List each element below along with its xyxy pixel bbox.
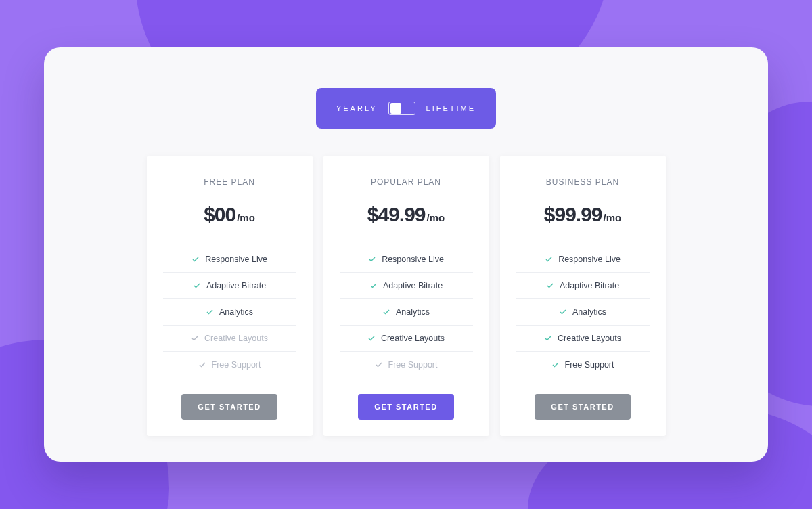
plan-popular: POPULAR PLAN $49.99/mo Responsive Live A…: [323, 156, 489, 436]
get-started-button[interactable]: GET STARTED: [181, 394, 277, 420]
feature-item: Creative Layouts: [340, 326, 473, 352]
feature-item: Adaptive Bitrate: [163, 273, 296, 299]
feature-item: Creative Layouts: [516, 326, 650, 352]
plan-price: $00/mo: [204, 203, 255, 226]
feature-item: Creative Layouts: [163, 326, 296, 352]
feature-item: Adaptive Bitrate: [516, 273, 650, 299]
feature-list: Responsive Live Adaptive Bitrate Analyti…: [516, 246, 650, 378]
feature-item: Responsive Live: [163, 246, 296, 273]
get-started-button[interactable]: GET STARTED: [358, 394, 453, 420]
check-icon: [551, 361, 560, 369]
plan-name: FREE PLAN: [204, 177, 255, 187]
feature-item: Responsive Live: [516, 246, 650, 273]
feature-item: Analytics: [516, 299, 650, 326]
check-icon: [375, 361, 383, 369]
check-icon: [546, 282, 554, 290]
check-icon: [198, 361, 206, 369]
plan-free: FREE PLAN $00/mo Responsive Live Adaptiv…: [147, 156, 313, 436]
feature-item: Free Support: [163, 352, 296, 378]
check-icon: [368, 255, 376, 263]
feature-list: Responsive Live Adaptive Bitrate Analyti…: [340, 246, 473, 378]
toggle-label-lifetime: LIFETIME: [426, 104, 476, 112]
period-toggle: YEARLY LIFETIME: [316, 88, 496, 129]
feature-item: Analytics: [340, 299, 473, 326]
check-icon: [382, 308, 390, 316]
check-icon: [544, 334, 552, 342]
check-icon: [367, 334, 376, 342]
check-icon: [559, 308, 567, 316]
plan-price: $99.99/mo: [544, 203, 621, 226]
get-started-button[interactable]: GET STARTED: [535, 394, 630, 420]
check-icon: [191, 334, 199, 342]
check-icon: [191, 255, 200, 263]
plan-business: BUSINESS PLAN $99.99/mo Responsive Live …: [500, 156, 666, 436]
plan-name: BUSINESS PLAN: [546, 177, 619, 187]
toggle-label-yearly: YEARLY: [336, 104, 378, 112]
plans-row: FREE PLAN $00/mo Responsive Live Adaptiv…: [147, 156, 666, 436]
check-icon: [193, 282, 201, 290]
check-icon: [545, 255, 553, 263]
feature-item: Adaptive Bitrate: [340, 273, 473, 299]
pricing-panel: YEARLY LIFETIME FREE PLAN $00/mo Respons…: [44, 47, 768, 462]
feature-item: Analytics: [163, 299, 296, 326]
feature-list: Responsive Live Adaptive Bitrate Analyti…: [163, 246, 296, 378]
feature-item: Responsive Live: [340, 246, 473, 273]
plan-name: POPULAR PLAN: [371, 177, 441, 187]
billing-switch[interactable]: [388, 102, 415, 115]
check-icon: [206, 308, 214, 316]
plan-price: $49.99/mo: [367, 203, 445, 226]
switch-knob: [390, 103, 401, 114]
feature-item: Free Support: [340, 352, 473, 378]
feature-item: Free Support: [516, 352, 650, 378]
check-icon: [369, 282, 378, 290]
